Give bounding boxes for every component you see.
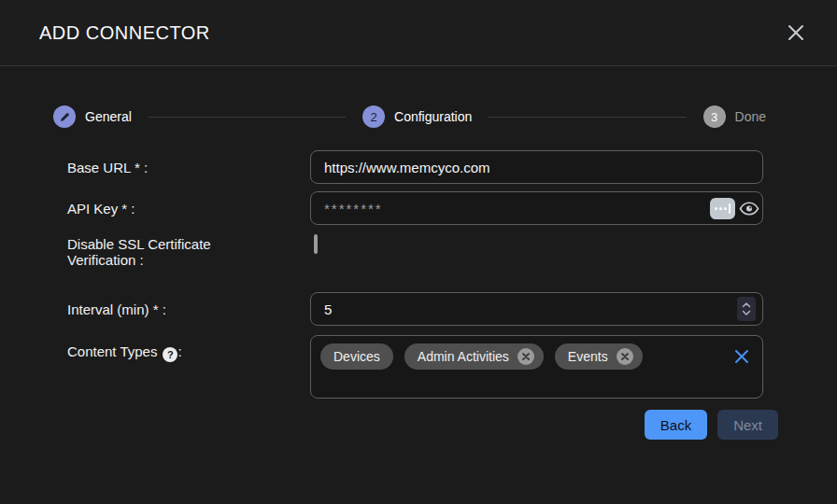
step-2-badge: 2 xyxy=(362,105,385,128)
step-configuration[interactable]: 2 Configuration xyxy=(362,105,472,128)
ssl-row: Disable SSL Certificate Verification : xyxy=(67,236,837,279)
step-general[interactable]: General xyxy=(53,105,132,128)
connector-form: Base URL * : API Key * : xyxy=(0,150,837,440)
dialog-actions: Back Next xyxy=(67,410,778,440)
back-button[interactable]: Back xyxy=(645,410,707,440)
content-types-label: Content Types?: xyxy=(67,335,310,362)
api-key-row: API Key * : xyxy=(67,191,837,225)
api-key-input[interactable] xyxy=(310,191,763,225)
content-types-row: Content Types?: Devices Admin Activities… xyxy=(67,335,837,399)
step-general-label: General xyxy=(85,109,132,124)
base-url-input[interactable] xyxy=(310,150,763,184)
interval-input[interactable] xyxy=(310,292,763,326)
chip-devices[interactable]: Devices xyxy=(320,343,393,370)
number-stepper-icon[interactable] xyxy=(737,297,756,321)
pencil-icon xyxy=(53,105,76,128)
edit-value-icon[interactable] xyxy=(710,198,735,219)
remove-chip-icon[interactable] xyxy=(617,348,633,365)
content-types-select[interactable]: Devices Admin Activities Events xyxy=(310,335,763,399)
stepper-connector xyxy=(489,117,686,118)
chip-admin-activities[interactable]: Admin Activities xyxy=(404,343,544,370)
dialog-header: ADD CONNECTOR xyxy=(0,0,837,66)
base-url-row: Base URL * : xyxy=(67,150,837,184)
api-key-tools xyxy=(710,191,759,225)
next-button[interactable]: Next xyxy=(717,410,778,440)
ssl-label: Disable SSL Certificate Verification : xyxy=(67,236,310,268)
clear-all-icon[interactable] xyxy=(733,348,750,365)
close-icon[interactable] xyxy=(783,20,809,46)
show-password-icon[interactable] xyxy=(739,201,759,217)
chip-events[interactable]: Events xyxy=(555,343,643,370)
base-url-label: Base URL * : xyxy=(67,160,310,175)
remove-chip-icon[interactable] xyxy=(518,348,534,365)
dialog-title: ADD CONNECTOR xyxy=(39,22,210,44)
stepper-connector xyxy=(149,117,346,118)
step-3-badge: 3 xyxy=(703,105,726,128)
step-done[interactable]: 3 Done xyxy=(703,105,766,128)
api-key-label: API Key * : xyxy=(67,201,310,217)
add-connector-dialog: ADD CONNECTOR General 2 Configuration 3 … xyxy=(0,0,837,504)
interval-label: Interval (min) * : xyxy=(67,301,310,317)
step-configuration-label: Configuration xyxy=(394,109,472,124)
step-done-label: Done xyxy=(735,109,766,124)
wizard-stepper: General 2 Configuration 3 Done xyxy=(53,105,766,128)
interval-row: Interval (min) * : xyxy=(67,292,837,326)
ssl-checkbox[interactable] xyxy=(314,234,318,254)
help-icon[interactable]: ? xyxy=(163,347,177,362)
